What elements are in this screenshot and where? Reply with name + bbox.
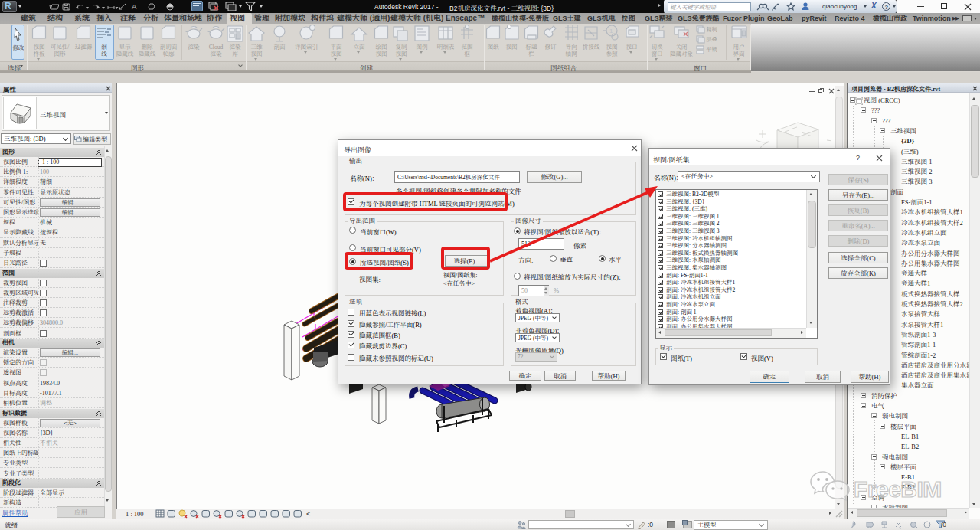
svg-text:1: 1 <box>609 28 613 34</box>
svg-text:A: A <box>132 2 137 11</box>
